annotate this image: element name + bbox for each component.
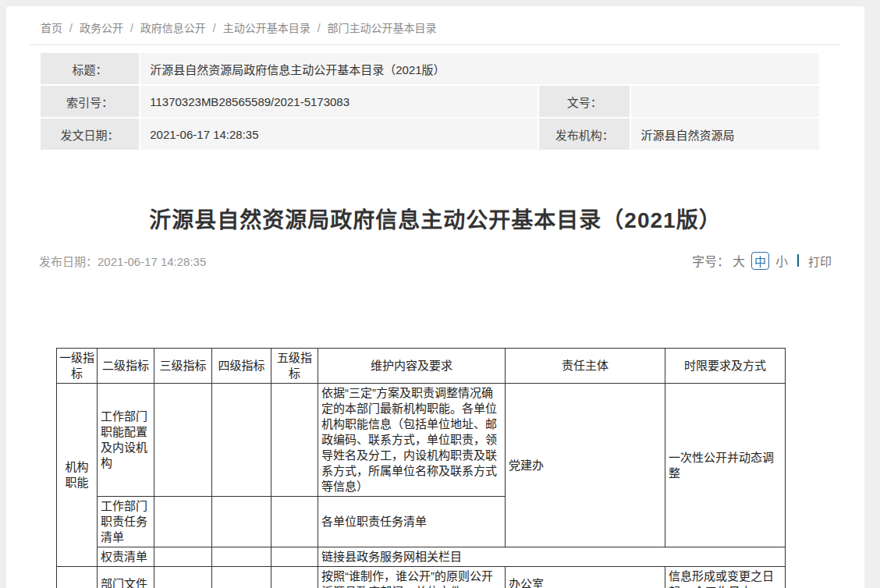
cell-level1-empty	[57, 567, 98, 588]
empty-cell	[212, 384, 271, 497]
table-row: 部门文件 按照“谁制作，谁公开”的原则公开沂源县政府部门、单位文件 办公室 信息…	[57, 567, 786, 588]
fontsize-tools: 字号： 大 中 小 打印	[692, 251, 832, 270]
header-owner: 责任主体	[506, 349, 665, 384]
meta-title-label: 标题：	[41, 53, 139, 84]
cell-level1-jigou: 机构职能	[57, 384, 98, 567]
meta-index-value: 11370323MB28565589/2021-5173083	[140, 86, 538, 117]
breadcrumb-separator: /	[130, 22, 133, 34]
cell-content: 依据“三定”方案及职责调整情况确定的本部门最新机构职能。各单位机构职能信息（包括…	[318, 384, 506, 497]
empty-cell	[154, 547, 212, 567]
publish-date-label: 发布日期：	[39, 255, 98, 268]
meta-index-label: 索引号：	[41, 86, 139, 117]
header-level4: 四级指标	[212, 349, 271, 384]
meta-date-value: 2021-06-17 14:28:35	[140, 119, 538, 150]
fontsize-small-button[interactable]: 小	[775, 251, 788, 270]
empty-cell	[212, 547, 271, 567]
empty-cell	[154, 497, 212, 547]
cell-time: 一次性公开并动态调整	[665, 384, 786, 547]
meta-date-label: 发文日期：	[41, 119, 139, 150]
meta-docno-value	[631, 86, 819, 117]
breadcrumb-link-mulu[interactable]: 主动公开基本目录	[223, 22, 310, 34]
meta-org-label: 发布机构：	[539, 119, 630, 150]
meta-org-value: 沂源县自然资源局	[631, 119, 819, 150]
empty-cell	[154, 567, 212, 588]
empty-cell	[271, 384, 318, 497]
cell-content: 链接县政务服务网相关栏目	[318, 547, 786, 567]
cell-owner: 党建办	[506, 384, 665, 547]
article-meta-bar: 发布日期：2021-06-17 14:28:35 字号： 大 中 小 打印	[39, 251, 832, 270]
empty-cell	[271, 547, 318, 567]
page-panel: 首页/政务公开/政府信息公开/主动公开基本目录/部门主动公开基本目录 标题： 沂…	[6, 6, 864, 588]
breadcrumb-link-xinxi[interactable]: 政府信息公开	[140, 22, 206, 34]
meta-row-date: 发文日期： 2021-06-17 14:28:35 发布机构： 沂源县自然资源局	[41, 119, 819, 150]
empty-cell	[154, 384, 212, 497]
catalog-table: 一级指标 二级指标 三级指标 四级指标 五级指标 维护内容及要求 责任主体 时限…	[56, 348, 786, 588]
breadcrumb-separator: /	[69, 22, 73, 34]
cell-time: 信息形成或变更之日起20个工作日内	[665, 567, 786, 588]
meta-title-value: 沂源县自然资源局政府信息主动公开基本目录（2021版）	[140, 53, 819, 84]
catalog-header-row: 一级指标 二级指标 三级指标 四级指标 五级指标 维护内容及要求 责任主体 时限…	[57, 349, 786, 384]
breadcrumb-link-home[interactable]: 首页	[41, 22, 62, 34]
publish-date: 发布日期：2021-06-17 14:28:35	[39, 253, 206, 269]
cell-level2: 权责清单	[98, 547, 154, 567]
fontsize-large-button[interactable]: 大	[733, 251, 745, 270]
empty-cell	[271, 567, 318, 588]
table-row: 权责清单 链接县政务服务网相关栏目	[57, 547, 786, 567]
page-title: 沂源县自然资源局政府信息主动公开基本目录（2021版）	[30, 203, 841, 234]
table-row: 机构职能 工作部门职能配置及内设机构 依据“三定”方案及职责调整情况确定的本部门…	[57, 384, 786, 497]
cell-content: 各单位职责任务清单	[318, 497, 506, 547]
breadcrumb-link-bumen-mulu[interactable]: 部门主动公开基本目录	[328, 22, 437, 34]
fontsize-medium-button[interactable]: 中	[751, 252, 769, 270]
meta-row-index: 索引号： 11370323MB28565589/2021-5173083 文号：	[41, 86, 819, 117]
cell-content: 按照“谁制作，谁公开”的原则公开沂源县政府部门、单位文件	[318, 567, 506, 588]
header-level1: 一级指标	[57, 349, 98, 384]
divider	[797, 254, 799, 267]
cell-level2: 部门文件	[98, 567, 154, 588]
print-button[interactable]: 打印	[808, 253, 832, 269]
breadcrumb-separator: /	[213, 22, 216, 34]
header-level5: 五级指标	[271, 349, 318, 384]
empty-cell	[212, 497, 271, 547]
cell-level2: 工作部门职能配置及内设机构	[98, 384, 154, 497]
breadcrumb-separator: /	[318, 22, 321, 34]
meta-row-title: 标题： 沂源县自然资源局政府信息主动公开基本目录（2021版）	[41, 53, 819, 84]
header-level3: 三级指标	[154, 349, 212, 384]
breadcrumb: 首页/政务公开/政府信息公开/主动公开基本目录/部门主动公开基本目录	[30, 6, 841, 45]
publish-date-value: 2021-06-17 14:28:35	[98, 255, 206, 268]
document-meta-table: 标题： 沂源县自然资源局政府信息主动公开基本目录（2021版） 索引号： 113…	[39, 51, 821, 151]
empty-cell	[271, 497, 318, 547]
header-level2: 二级指标	[98, 349, 154, 384]
header-content: 维护内容及要求	[318, 349, 506, 384]
meta-docno-label: 文号：	[539, 86, 630, 117]
cell-owner: 办公室	[506, 567, 665, 588]
header-time: 时限要求及方式	[665, 349, 786, 384]
empty-cell	[212, 567, 271, 588]
cell-level2: 工作部门职责任务清单	[98, 497, 154, 547]
breadcrumb-link-zhengwu[interactable]: 政务公开	[80, 22, 123, 34]
fontsize-label: 字号：	[692, 251, 729, 270]
catalog-table-wrap: 一级指标 二级指标 三级指标 四级指标 五级指标 维护内容及要求 责任主体 时限…	[30, 348, 841, 588]
